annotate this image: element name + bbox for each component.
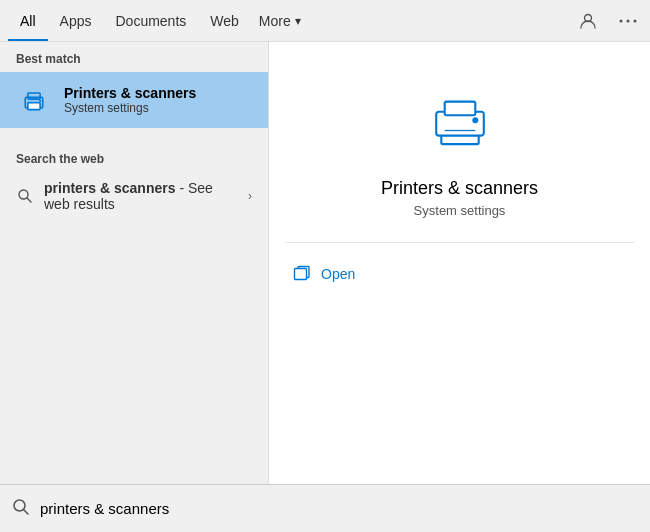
best-match-subtitle: System settings [64, 101, 196, 115]
detail-actions: Open [269, 243, 650, 305]
person-icon-btn[interactable] [574, 7, 602, 35]
top-nav: All Apps Documents Web More ▾ [0, 0, 650, 42]
search-input[interactable] [40, 500, 638, 517]
search-bar [0, 484, 650, 532]
search-bar-icon [12, 498, 30, 520]
left-panel: Best match Printers & scanners System se… [0, 42, 268, 484]
printer-svg-large [426, 88, 494, 156]
chevron-right-icon: › [248, 189, 252, 203]
tab-apps[interactable]: Apps [48, 0, 104, 41]
svg-rect-6 [28, 103, 40, 110]
detail-title: Printers & scanners [381, 178, 538, 199]
nav-right-actions [574, 7, 642, 35]
search-web-item[interactable]: printers & scanners - See web results › [0, 172, 268, 220]
svg-rect-12 [444, 102, 475, 116]
search-web-section: Search the web printers & scanners - See… [0, 130, 268, 224]
svg-rect-5 [28, 93, 40, 99]
svg-point-1 [620, 19, 623, 22]
open-icon [293, 265, 311, 283]
chevron-down-icon: ▾ [295, 14, 301, 28]
main-content: Best match Printers & scanners System se… [0, 42, 650, 484]
svg-point-2 [627, 19, 630, 22]
best-match-item-text: Printers & scanners System settings [64, 85, 196, 115]
printer-icon-large [420, 82, 500, 162]
svg-point-3 [634, 19, 637, 22]
svg-rect-15 [295, 269, 307, 280]
right-panel: Printers & scanners System settings Open [268, 42, 650, 484]
detail-subtitle: System settings [414, 203, 506, 218]
svg-line-17 [24, 509, 29, 514]
printer-svg-small [20, 86, 48, 114]
open-action[interactable]: Open [293, 259, 626, 289]
tab-documents[interactable]: Documents [103, 0, 198, 41]
svg-line-9 [27, 198, 31, 202]
svg-point-7 [39, 100, 41, 102]
tab-web[interactable]: Web [198, 0, 251, 41]
best-match-title: Printers & scanners [64, 85, 196, 101]
tab-more[interactable]: More ▾ [251, 0, 309, 41]
svg-point-13 [472, 117, 478, 123]
search-web-icon [16, 187, 34, 205]
tab-all[interactable]: All [8, 0, 48, 41]
ellipsis-icon [619, 19, 637, 23]
search-web-label: Search the web [0, 142, 268, 172]
person-icon [579, 12, 597, 30]
detail-header: Printers & scanners System settings [269, 42, 650, 242]
printer-icon-small [16, 82, 52, 118]
open-label: Open [321, 266, 355, 282]
more-options-btn[interactable] [614, 7, 642, 35]
search-web-text: printers & scanners - See web results [44, 180, 238, 212]
best-match-label: Best match [0, 42, 268, 72]
best-match-item[interactable]: Printers & scanners System settings [0, 72, 268, 128]
